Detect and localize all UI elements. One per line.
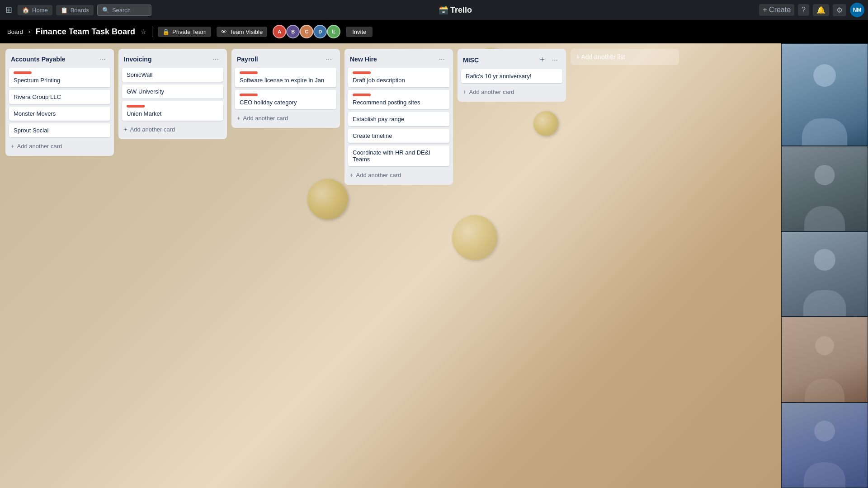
list-header-payroll: Payroll ···: [235, 52, 336, 68]
invite-button[interactable]: Invite: [346, 27, 373, 37]
board-divider: [152, 26, 152, 37]
notification-button[interactable]: 🔔: [813, 4, 829, 16]
card-create-timeline[interactable]: Create timeline: [348, 129, 449, 143]
add-card-new-hire[interactable]: + Add another card: [348, 169, 449, 181]
list-title-accounts-payable: Accounts Payable: [11, 56, 66, 63]
member-avatar-4[interactable]: D: [313, 25, 327, 38]
card-draft-job[interactable]: Draft job description: [348, 68, 449, 87]
card-text: Rivera Group LLC: [14, 94, 61, 100]
card-text: Create timeline: [353, 132, 392, 139]
add-card-payroll[interactable]: + Add another card: [235, 112, 336, 124]
board-star-button[interactable]: ☆: [141, 28, 146, 35]
card-rafic-anniversary[interactable]: Rafic's 10 yr anniversary!: [461, 69, 562, 83]
card-spectrum-printing[interactable]: Spectrum Printing: [9, 68, 110, 87]
member-avatars-group: A B C D E: [273, 25, 340, 38]
list-payroll: Payroll ··· Software license to expire i…: [231, 49, 340, 128]
card-text: SonicWall: [127, 71, 152, 78]
lists-container: Accounts Payable ··· Spectrum Printing R…: [5, 49, 679, 185]
list-menu-new-hire[interactable]: ···: [436, 54, 448, 64]
boards-label: Boards: [71, 7, 89, 14]
card-text: Coordinate with HR and DE&I Teams: [353, 149, 430, 163]
list-menu-misc[interactable]: ···: [549, 55, 561, 65]
team-visible-badge[interactable]: 👁 Team Visible: [217, 27, 267, 37]
participant-video-3: [782, 232, 868, 316]
add-card-misc[interactable]: + Add another card: [461, 86, 562, 98]
grid-icon[interactable]: ⊞: [4, 3, 14, 17]
private-team-label: Private Team: [172, 28, 207, 35]
search-bar[interactable]: 🔍 Search: [97, 5, 151, 16]
card-text: Union Market: [127, 110, 161, 117]
board-header: Board › Finance Team Task Board ☆ 🔒 Priv…: [0, 20, 868, 43]
lock-icon: 🔒: [162, 28, 170, 35]
card-sprout-social[interactable]: Sprout Social: [9, 123, 110, 137]
list-new-hire: New Hire ··· Draft job description Recom…: [344, 49, 453, 185]
list-title-invoicing: Invoicing: [124, 56, 151, 63]
plus-icon: +: [237, 115, 241, 122]
card-monster-movers[interactable]: Monster Movers: [9, 107, 110, 121]
board-title: Finance Team Task Board: [36, 27, 135, 37]
card-software-license[interactable]: Software license to expire in Jan: [235, 68, 336, 87]
list-menu-payroll[interactable]: ···: [323, 54, 335, 64]
member-avatar-3[interactable]: C: [300, 25, 313, 38]
list-title-new-hire: New Hire: [350, 56, 377, 63]
card-text: Rafic's 10 yr anniversary!: [466, 73, 532, 80]
boards-icon: 📋: [61, 7, 68, 14]
list-header-new-hire: New Hire ···: [348, 52, 449, 68]
participant-video-1: [782, 44, 868, 145]
card-gw-university[interactable]: GW University: [122, 84, 223, 99]
trello-name: Trello: [450, 5, 472, 15]
user-avatar[interactable]: NM: [850, 3, 864, 17]
board-content: Accounts Payable ··· Spectrum Printing R…: [0, 43, 868, 488]
card-union-market[interactable]: Union Market: [122, 101, 223, 121]
list-menu-accounts-payable[interactable]: ···: [97, 54, 108, 64]
video-panel-1: [781, 43, 868, 146]
boards-button[interactable]: 📋 Boards: [56, 5, 94, 15]
board-back-link[interactable]: Board: [7, 28, 23, 35]
home-button[interactable]: 🏠 Home: [18, 5, 52, 15]
card-label-red: [127, 105, 145, 108]
list-title-payroll: Payroll: [237, 56, 258, 63]
add-card-accounts-payable[interactable]: + Add another card: [9, 140, 110, 152]
card-rivera-group[interactable]: Rivera Group LLC: [9, 90, 110, 104]
card-text: Draft job description: [353, 77, 405, 84]
card-label-red: [353, 71, 371, 74]
search-icon: 🔍: [102, 7, 109, 14]
video-panel-3: [781, 231, 868, 317]
card-text: Sprout Social: [14, 127, 48, 134]
add-list-icon[interactable]: +: [537, 54, 547, 66]
card-establish-pay[interactable]: Establish pay range: [348, 112, 449, 126]
top-navigation: ⊞ 🏠 Home 📋 Boards 🔍 Search 🗃️ Trello + C…: [0, 0, 868, 20]
list-header-invoicing: Invoicing ···: [122, 52, 223, 68]
create-button[interactable]: + Create: [759, 4, 794, 16]
add-card-label: Add another card: [469, 89, 514, 95]
video-sidebar: [781, 43, 868, 488]
member-avatar-1[interactable]: A: [273, 25, 286, 38]
card-coordinate-hr[interactable]: Coordinate with HR and DE&I Teams: [348, 145, 449, 166]
participant-video-2: [782, 146, 868, 231]
settings-button[interactable]: ⚙: [833, 4, 846, 16]
list-menu-invoicing[interactable]: ···: [210, 54, 222, 64]
plus-icon: +: [11, 143, 14, 150]
participant-video-5: [782, 403, 868, 488]
private-team-badge[interactable]: 🔒 Private Team: [158, 27, 211, 37]
card-label-red: [353, 94, 371, 96]
card-label-red: [14, 71, 32, 74]
card-recommend-posting[interactable]: Recommend posting sites: [348, 90, 449, 109]
member-avatar-2[interactable]: B: [286, 25, 300, 38]
card-ceo-holiday[interactable]: CEO holiday category: [235, 90, 336, 109]
add-card-label: Add another card: [17, 143, 62, 150]
plus-icon: +: [124, 126, 127, 133]
list-accounts-payable: Accounts Payable ··· Spectrum Printing R…: [5, 49, 114, 156]
trello-icon: 🗃️: [439, 5, 448, 15]
list-header-accounts-payable: Accounts Payable ···: [9, 52, 110, 68]
info-button[interactable]: ?: [798, 4, 809, 16]
member-avatar-5[interactable]: E: [327, 25, 340, 38]
add-card-invoicing[interactable]: + Add another card: [122, 123, 223, 136]
trello-logo: 🗃️ Trello: [439, 5, 472, 15]
card-text: CEO holiday category: [240, 99, 297, 106]
card-text: Software license to expire in Jan: [240, 77, 324, 84]
card-sonicwall[interactable]: SonicWall: [122, 68, 223, 82]
add-list-button[interactable]: + Add another list: [571, 49, 679, 65]
list-title-misc: MISC: [463, 56, 479, 64]
add-card-label: Add another card: [356, 172, 401, 178]
